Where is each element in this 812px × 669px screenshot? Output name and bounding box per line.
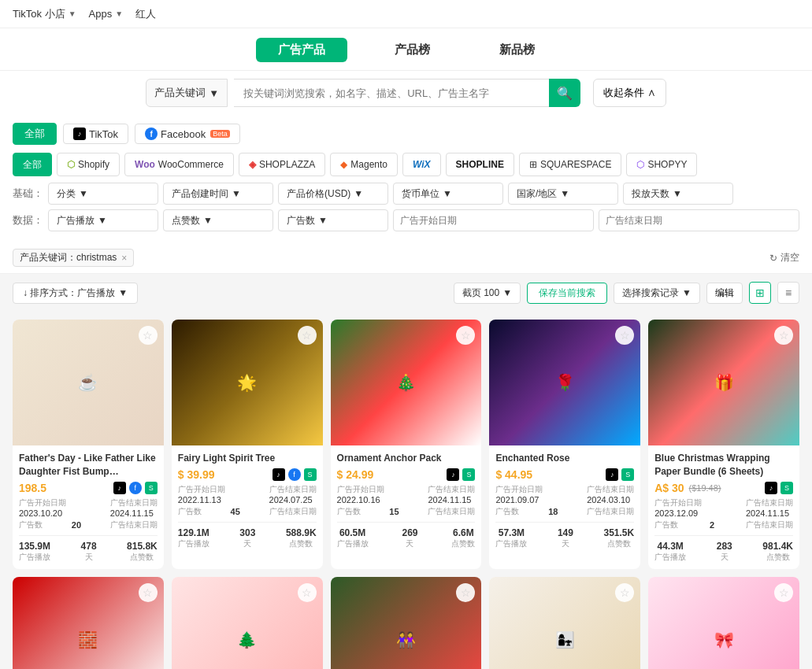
stat-views-label: 广告播放 bbox=[178, 538, 209, 549]
card-stat-likes: 588.9K 点赞数 bbox=[286, 527, 317, 549]
bookmark-button[interactable]: ☆ bbox=[456, 583, 475, 602]
product-card[interactable]: 🌹 ☆ Enchanted Rose $ 44.95 ♪S 广告开始日期 202… bbox=[489, 320, 640, 569]
chevron-down-icon: ▼ bbox=[318, 215, 328, 226]
bookmark-button[interactable]: ☆ bbox=[615, 326, 634, 345]
tiktok-platform-icon: ♪ bbox=[606, 468, 618, 481]
start-date-value: 2022.10.16 bbox=[337, 495, 384, 505]
filter-currency[interactable]: 货币单位 ▼ bbox=[393, 183, 503, 205]
platform-all-button[interactable]: 全部 bbox=[13, 123, 57, 145]
platform-tiktok-tab[interactable]: ♪ TikTok bbox=[63, 124, 128, 144]
ad-period-label: 广告结束日期 bbox=[587, 506, 634, 517]
product-card[interactable]: 🎄 ☆ Ornament Anchor Pack $ 24.99 ♪S 广告开始… bbox=[331, 320, 482, 569]
magento-icon: ◆ bbox=[340, 159, 347, 170]
card-price-row: 198.5 ♪fS bbox=[19, 482, 158, 494]
bookmark-button[interactable]: ☆ bbox=[139, 326, 158, 345]
filter-create-time-label: 产品创建时间 bbox=[172, 187, 228, 201]
ecom-shopyy-button[interactable]: ⬡ SHOPYY bbox=[626, 153, 697, 176]
clear-filters-label: 清空 bbox=[780, 251, 799, 264]
card-image-container: ☕ ☆ bbox=[13, 320, 164, 445]
edit-button[interactable]: 编辑 bbox=[706, 283, 743, 304]
filter-ad-play[interactable]: 广告播放 ▼ bbox=[48, 209, 158, 231]
save-search-button[interactable]: 保存当前搜索 bbox=[527, 283, 607, 304]
filter-country[interactable]: 国家/地区 ▼ bbox=[508, 183, 618, 205]
filter-create-time[interactable]: 产品创建时间 ▼ bbox=[163, 183, 273, 205]
sort-button[interactable]: ↓ 排序方式：广告播放 ▼ bbox=[13, 283, 138, 304]
card-stat-days: 269 天 bbox=[402, 527, 417, 549]
product-card[interactable]: 🌟 ☆ Fairy Light Spirit Tree $ 39.99 ♪fS … bbox=[172, 320, 323, 569]
product-card[interactable]: 🎁 ☆ Blue Christmas Wrapping Paper Bundle… bbox=[648, 320, 799, 569]
card-platform-icons: ♪S bbox=[765, 482, 793, 494]
bookmark-button[interactable]: ☆ bbox=[615, 583, 634, 602]
ecom-squarespace-button[interactable]: ⊞ SQUARESPACE bbox=[519, 153, 621, 176]
ecom-shopify-button[interactable]: ⬡ Shopify bbox=[57, 153, 120, 176]
search-type-label: 产品关键词 bbox=[154, 86, 206, 100]
filter-price[interactable]: 产品价格(USD) ▼ bbox=[278, 183, 388, 205]
grid-view-button[interactable]: ⊞ bbox=[749, 282, 771, 304]
tab-new-products[interactable]: 新品榜 bbox=[477, 38, 557, 62]
stat-views-label: 广告播放 bbox=[337, 538, 369, 549]
ecom-shopline-button[interactable]: SHOPLINE bbox=[446, 153, 514, 176]
chevron-down-icon: ▼ bbox=[232, 188, 241, 199]
product-card[interactable]: 👭 ☆ Besties Forever Christmas Ornament ♪… bbox=[331, 577, 482, 669]
product-card[interactable]: 🌲 ☆ Pink Christmas Tree Decoration ♪ bbox=[172, 577, 323, 669]
shopline-icon: SHOPLINE bbox=[456, 159, 504, 170]
filter-days[interactable]: 投放天数 ▼ bbox=[623, 183, 733, 205]
end-date-value: 2024.11.15 bbox=[110, 508, 158, 518]
bookmark-button[interactable]: ☆ bbox=[298, 326, 317, 345]
ecom-all-button[interactable]: 全部 bbox=[13, 153, 52, 176]
clear-filters-button[interactable]: ↻ 清空 bbox=[769, 251, 799, 264]
filter-ad-end-date[interactable] bbox=[599, 209, 799, 231]
ecom-wix-button[interactable]: WiX bbox=[402, 153, 441, 176]
platform-facebook-tab[interactable]: f Facebook Beta bbox=[135, 124, 240, 144]
product-card[interactable]: 🧱 ☆ LEGO Christmas Building Set ♪ bbox=[13, 577, 164, 669]
ad-count-row: 广告数 2 广告结束日期 bbox=[654, 519, 793, 530]
filter-likes[interactable]: 点赞数 ▼ bbox=[163, 209, 273, 231]
product-card[interactable]: 👩‍👧 ☆ Mother and Daughters Christmas Orn… bbox=[489, 577, 640, 669]
stat-views-label: 广告播放 bbox=[19, 552, 50, 563]
filter-likes-label: 点赞数 bbox=[172, 214, 200, 227]
search-type-select[interactable]: 产品关键词 ▼ bbox=[146, 79, 228, 107]
bookmark-button[interactable]: ☆ bbox=[298, 583, 317, 602]
ad-count-row: 广告数 20 广告结束日期 bbox=[19, 519, 158, 530]
tab-ad-products[interactable]: 广告产品 bbox=[256, 38, 347, 62]
start-date-label: 广告开始日期 bbox=[337, 484, 384, 495]
ecom-magento-button[interactable]: ◆ Magento bbox=[330, 153, 398, 176]
end-date-label: 广告结束日期 bbox=[428, 484, 475, 495]
bookmark-button[interactable]: ☆ bbox=[774, 326, 793, 345]
filter-category[interactable]: 分类 ▼ bbox=[48, 183, 158, 205]
advanced-filter-label: 收起条件 ∧ bbox=[603, 86, 656, 100]
bookmark-button[interactable]: ☆ bbox=[139, 583, 158, 602]
nav-apps[interactable]: Apps ▼ bbox=[89, 8, 124, 20]
ad-end-date: 广告结束日期 2024.11.15 bbox=[428, 484, 475, 505]
search-input[interactable] bbox=[234, 79, 549, 107]
ecom-shoplazza-button[interactable]: ◈ SHOPLAZZA bbox=[239, 153, 325, 176]
shop-platform-icon: S bbox=[304, 468, 317, 481]
chevron-down-icon: ▼ bbox=[560, 188, 569, 199]
filter-ad-start-date[interactable] bbox=[393, 209, 594, 231]
filter-ad-count[interactable]: 广告数 ▼ bbox=[278, 209, 388, 231]
list-view-button[interactable]: ≡ bbox=[777, 282, 799, 304]
advanced-filter-button[interactable]: 收起条件 ∧ bbox=[593, 79, 666, 107]
tab-product-ranking[interactable]: 产品榜 bbox=[373, 38, 452, 62]
bookmark-button[interactable]: ☆ bbox=[774, 583, 793, 602]
product-card[interactable]: ☕ ☆ Father's Day - Like Father Like Daug… bbox=[13, 320, 164, 569]
woocommerce-icon: Woo bbox=[135, 159, 155, 170]
stat-days-value: 149 bbox=[558, 527, 573, 538]
start-date-label: 广告开始日期 bbox=[495, 484, 543, 495]
nav-influencer[interactable]: 红人 bbox=[135, 7, 156, 21]
nav-tiktok-shop[interactable]: TikTok 小店 ▼ bbox=[13, 7, 76, 21]
card-price: $ 44.95 bbox=[495, 468, 532, 481]
shop-platform-icon: S bbox=[462, 468, 475, 481]
end-date-label: 广告结束日期 bbox=[110, 497, 158, 508]
filter-chip-remove[interactable]: × bbox=[121, 253, 127, 264]
card-image-container: 👭 ☆ bbox=[331, 577, 482, 669]
chevron-down-icon: ▼ bbox=[673, 188, 682, 199]
ecom-woo-label: WooCommerce bbox=[158, 159, 224, 170]
stat-days-label: 天 bbox=[558, 538, 573, 549]
ecom-woocommerce-button[interactable]: Woo WooCommerce bbox=[124, 153, 234, 176]
product-card[interactable]: 🎀 ☆ Best Friends Are The Sisters We Choo… bbox=[648, 577, 799, 669]
search-button[interactable]: 🔍 bbox=[549, 79, 580, 107]
page-size-dropdown[interactable]: 截页 100 ▼ bbox=[454, 283, 521, 304]
select-record-dropdown[interactable]: 选择搜索记录 ▼ bbox=[614, 283, 700, 304]
active-filter-chip: 产品关键词：christmas × bbox=[13, 249, 134, 267]
